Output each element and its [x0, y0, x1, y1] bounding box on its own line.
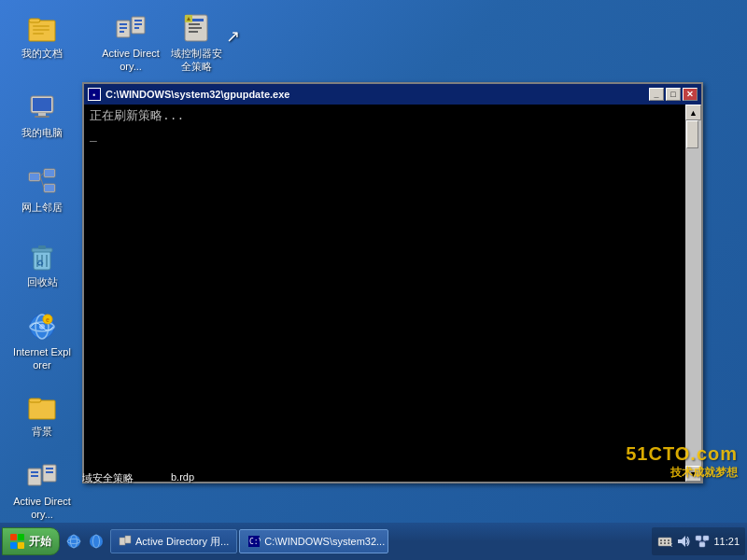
desktop-icon-my-computer[interactable]: 我的电脑: [9, 89, 75, 143]
svg-rect-34: [38, 245, 46, 249]
status-bar: 域安全策略 b.rdp: [82, 471, 194, 485]
svg-marker-70: [678, 536, 685, 547]
svg-rect-16: [189, 27, 202, 29]
my-documents-icon: [27, 13, 57, 43]
svg-rect-11: [134, 23, 142, 25]
my-documents-label: 我的文档: [21, 47, 63, 60]
cmd-title-buttons: _ □ ✕: [649, 88, 698, 101]
scrollbar-track[interactable]: [685, 120, 701, 466]
minimize-button[interactable]: _: [649, 88, 664, 101]
svg-point-56: [90, 535, 103, 548]
svg-rect-8: [120, 31, 124, 33]
taskbar-tray: CH 11:21: [652, 527, 745, 555]
svg-rect-52: [46, 471, 53, 473]
quick-launch-ie2[interactable]: [86, 531, 106, 552]
status-item-1: 域安全策略: [82, 471, 134, 485]
recycle-bin-icon: ♻: [27, 242, 57, 272]
svg-rect-17: [189, 31, 198, 33]
svg-text:C:\: C:\: [249, 538, 261, 546]
svg-rect-23: [35, 116, 49, 118]
svg-rect-64: [664, 539, 666, 541]
desktop-icon-my-documents[interactable]: 我的文档: [9, 9, 75, 63]
svg-rect-62: [658, 538, 671, 546]
logo-quad-1: [10, 534, 17, 540]
taskbar-item-cmd[interactable]: C:\ C:\WINDOWS\system32...: [239, 529, 388, 553]
cmd-content[interactable]: 正在刷新策略... _: [84, 105, 685, 482]
cmd-scrollbar[interactable]: ▲ ▼: [685, 105, 701, 482]
quick-launch-ie[interactable]: [63, 531, 84, 552]
start-button[interactable]: 开始: [2, 527, 60, 555]
svg-rect-27: [45, 170, 54, 176]
cmd-window: ▪ C:\WINDOWS\system32\gpupdate.exe _ □ ✕…: [82, 82, 703, 483]
active-directory-2-label: Active Directory...: [13, 495, 71, 522]
cmd-line-1: 正在刷新策略...: [90, 108, 680, 125]
scrollbar-thumb[interactable]: [686, 120, 698, 148]
svg-text:e: e: [46, 316, 49, 323]
domain-security-label: 域控制器安全策略: [167, 47, 225, 74]
background-folder-label: 背景: [32, 425, 52, 438]
svg-rect-48: [31, 471, 38, 473]
active-directory-icon: [116, 13, 146, 43]
logo-quad-2: [18, 534, 24, 540]
maximize-button[interactable]: □: [666, 88, 681, 101]
background-folder-icon: [27, 391, 57, 421]
status-item-2: b.rdp: [171, 471, 194, 485]
svg-rect-63: [660, 539, 662, 541]
svg-rect-73: [699, 542, 705, 547]
svg-rect-15: [189, 23, 200, 25]
close-button[interactable]: ✕: [683, 88, 698, 101]
active-directory-label: Active Directory...: [102, 47, 160, 74]
svg-line-74: [698, 540, 702, 542]
desktop-icon-network[interactable]: 网上邻居: [9, 163, 75, 217]
svg-rect-1: [29, 19, 40, 22]
svg-rect-49: [31, 475, 38, 477]
windows-logo: [10, 534, 25, 549]
cmd-title-icon: ▪: [88, 88, 101, 101]
desktop-icon-background-folder[interactable]: 背景: [9, 387, 75, 441]
svg-rect-46: [29, 399, 41, 402]
svg-line-75: [702, 540, 706, 542]
cmd-cursor: _: [90, 129, 680, 146]
svg-rect-67: [664, 542, 666, 544]
svg-rect-25: [30, 174, 39, 180]
svg-rect-12: [134, 27, 139, 29]
svg-rect-10: [134, 20, 142, 21]
scrollbar-down-button[interactable]: ▼: [685, 466, 701, 482]
taskbar-item-active-directory[interactable]: Active Directory 用...: [110, 529, 237, 553]
svg-rect-21: [33, 98, 51, 111]
tray-clock[interactable]: 11:21: [713, 536, 740, 547]
logo-quad-3: [10, 542, 17, 549]
svg-rect-2: [33, 25, 49, 27]
svg-rect-68: [668, 542, 669, 544]
svg-rect-59: [125, 536, 131, 543]
desktop-icon-domain-security[interactable]: 域控制器安全策略: [163, 9, 229, 77]
svg-rect-29: [45, 185, 54, 191]
desktop-icon-active-directory-2[interactable]: Active Directory...: [9, 457, 75, 525]
svg-rect-22: [38, 113, 46, 116]
svg-rect-51: [46, 468, 53, 469]
ie-label: Internet Explorer: [13, 345, 71, 372]
taskbar-items: Active Directory 用... C:\ C:\WINDOWS\sys…: [110, 527, 650, 555]
desktop-icon-active-directory[interactable]: Active Directory...: [98, 9, 163, 77]
tray-keyboard-icon[interactable]: CH: [657, 534, 672, 549]
desktop-icon-ie[interactable]: e Internet Explorer: [9, 308, 75, 376]
network-icon: [27, 167, 57, 197]
taskbar-cmd-icon: C:\: [247, 535, 261, 548]
ie-icon: e: [27, 312, 57, 342]
cmd-title-text: C:\WINDOWS\system32\gpupdate.exe: [106, 89, 649, 100]
tray-network-icon[interactable]: [695, 534, 710, 549]
desktop-icon-recycle-bin[interactable]: ♻ 回收站: [9, 238, 75, 292]
svg-rect-65: [668, 539, 669, 541]
svg-line-31: [40, 176, 44, 188]
svg-rect-6: [120, 23, 127, 25]
svg-text:♻: ♻: [36, 259, 44, 268]
tray-volume-icon[interactable]: [676, 534, 691, 549]
logo-quad-4: [18, 542, 24, 549]
scrollbar-up-button[interactable]: ▲: [685, 105, 701, 120]
my-computer-label: 我的电脑: [21, 126, 63, 139]
cmd-body: 正在刷新策略... _ ▲ ▼: [84, 105, 701, 482]
svg-rect-7: [120, 27, 127, 29]
cmd-titlebar: ▪ C:\WINDOWS\system32\gpupdate.exe _ □ ✕: [84, 84, 701, 105]
svg-rect-72: [703, 536, 709, 540]
my-computer-icon: [27, 92, 57, 122]
